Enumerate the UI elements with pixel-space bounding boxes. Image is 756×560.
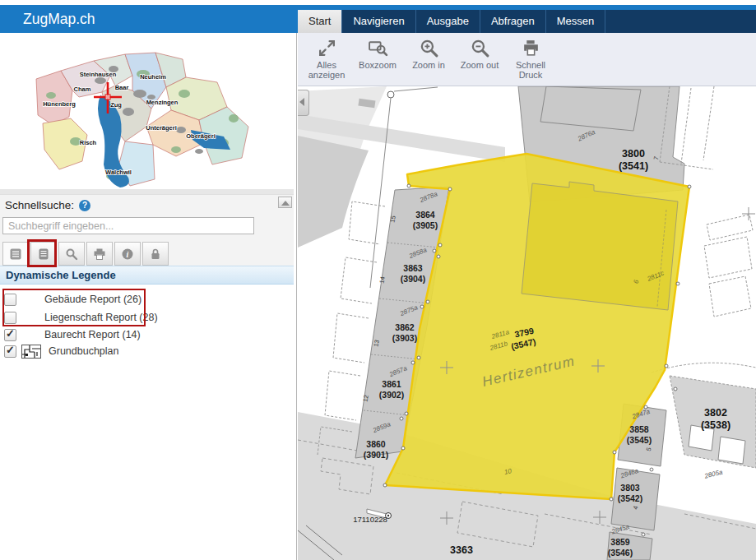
- legend-title: Dynamische Legende: [0, 266, 294, 285]
- legend-item-baurecht-report: Baurecht Report (14): [4, 327, 141, 342]
- button-label: Alles anzeigen: [301, 60, 352, 80]
- overview-map[interactable]: SteinhausenNeuheimChamBaarMenzingenHünen…: [28, 44, 254, 188]
- checkbox-gebaeude-report[interactable]: [4, 294, 16, 306]
- scroll-up-button[interactable]: [278, 197, 292, 208]
- tab-start[interactable]: Start: [298, 10, 342, 33]
- zoom-in-icon: [419, 38, 439, 58]
- legend-item-liegenschaft-report: Liegenschaft Report (28): [4, 310, 158, 325]
- map-label: 3803: [620, 483, 640, 493]
- sidebar-tool-tabs: i: [2, 242, 169, 266]
- survey-point: [610, 498, 613, 501]
- sidebar: SteinhausenNeuheimChamBaarMenzingenHünen…: [0, 33, 297, 560]
- map-label: (3545): [627, 435, 652, 445]
- search-panel-icon: [65, 248, 78, 261]
- municipality-label: Unterägeri: [146, 124, 177, 132]
- survey-point: [676, 282, 679, 285]
- zugmap-app: ZugMap.ch Start Navigieren Ausgabe Abfra…: [0, 0, 756, 560]
- survey-point: [438, 243, 442, 247]
- boxzoom-icon: [368, 38, 388, 58]
- tab-layer-list-panel[interactable]: [30, 242, 57, 266]
- svg-text:i: i: [127, 249, 129, 258]
- quick-print-button[interactable]: Schnell Druck: [505, 33, 556, 86]
- map-label: 3864: [415, 210, 435, 220]
- survey-point: [407, 184, 410, 187]
- municipality-label: Steinhausen: [80, 71, 117, 78]
- legend-panel-icon: [9, 248, 22, 261]
- survey-point: [400, 417, 403, 420]
- tab-print-panel[interactable]: [86, 242, 113, 266]
- survey-point: [383, 484, 387, 487]
- survey-point: [665, 364, 668, 368]
- map-label: (3904): [401, 274, 425, 284]
- map-label: 3363: [450, 544, 473, 556]
- legend-item-grundbuchplan: Grundbuchplan: [4, 344, 118, 359]
- search-label: Schnellsuche:: [5, 199, 74, 211]
- map-label: 17110228: [353, 515, 387, 524]
- zoom-out-button[interactable]: Zoom out: [454, 33, 505, 86]
- municipality-label: Cham: [74, 86, 91, 93]
- map-label: (3903): [392, 333, 417, 343]
- quick-search-panel: Schnellsuche: ?: [0, 194, 294, 266]
- survey-point: [433, 249, 436, 252]
- help-icon[interactable]: ?: [79, 200, 90, 211]
- sidebar-collapse-handle[interactable]: [298, 90, 309, 116]
- municipality-label: Hünenberg: [43, 100, 76, 108]
- tab-abfragen[interactable]: Abfragen: [480, 10, 546, 33]
- map-label: 3859: [610, 537, 630, 547]
- map-canvas[interactable]: 2876a3800(3541)72878a3864(3905)152858a38…: [298, 86, 756, 560]
- map-label: (3538): [701, 419, 730, 431]
- legend-item-label: Gebäude Report (26): [44, 294, 141, 305]
- zoom-out-icon: [470, 38, 490, 58]
- boxzoom-button[interactable]: Boxzoom: [352, 33, 403, 86]
- survey-point: [688, 185, 691, 188]
- map-label: 3800: [622, 148, 645, 160]
- map-label: (3546): [608, 548, 633, 558]
- survey-point: [437, 255, 440, 258]
- checkbox-liegenschaft-report[interactable]: [4, 312, 16, 324]
- tab-messen[interactable]: Messen: [546, 10, 606, 33]
- tab-ausgabe[interactable]: Ausgabe: [416, 10, 480, 33]
- button-label: Zoom in: [412, 60, 445, 70]
- map-label: (3905): [413, 220, 438, 230]
- legend-item-gebaeude-report: Gebäude Report (26): [4, 292, 141, 307]
- tab-legend-panel[interactable]: [2, 242, 29, 266]
- tab-login-panel[interactable]: [142, 242, 169, 266]
- search-input[interactable]: [2, 217, 254, 234]
- survey-point: [420, 305, 424, 308]
- survey-point: [642, 533, 645, 536]
- map-label: 3862: [395, 322, 415, 332]
- survey-point: [426, 300, 429, 303]
- survey-point: [411, 361, 415, 364]
- map-label: 3860: [366, 439, 386, 449]
- tab-search-panel[interactable]: [58, 242, 85, 266]
- print-icon: [521, 38, 541, 58]
- info-panel-icon: i: [121, 248, 134, 261]
- municipality-label: Zug: [110, 101, 122, 109]
- survey-point: [448, 187, 452, 191]
- ribbon-tab-bar: Start Navigieren Ausgabe Abfragen Messen: [298, 10, 756, 33]
- map-label: 3858: [629, 424, 649, 434]
- map-label: 3863: [403, 263, 423, 273]
- legend-item-label: Grundbuchplan: [49, 345, 118, 357]
- map-label: 3802: [704, 407, 727, 419]
- map-label: (3901): [364, 450, 388, 460]
- fit-extent-button[interactable]: Alles anzeigen: [301, 33, 352, 86]
- lock-icon: [149, 248, 162, 261]
- map-toolbar: Alles anzeigen Boxzoom Zoom in: [298, 33, 756, 86]
- survey-point: [417, 356, 420, 359]
- layer-list-icon: [37, 248, 50, 261]
- map-viewport: 2876a3800(3541)72878a3864(3905)152858a38…: [298, 86, 756, 560]
- zoom-in-button[interactable]: Zoom in: [403, 33, 454, 86]
- survey-point: [401, 447, 405, 450]
- legend-item-label: Baurecht Report (14): [44, 329, 141, 340]
- button-label: Zoom out: [461, 60, 499, 70]
- expand-icon: [317, 38, 337, 58]
- survey-point: [405, 412, 408, 415]
- map-label: (3542): [618, 493, 642, 503]
- tab-info-panel[interactable]: i: [114, 242, 141, 266]
- checkbox-baurecht-report[interactable]: [4, 329, 16, 341]
- checkbox-grundbuchplan[interactable]: [4, 345, 16, 358]
- legend-item-label: Liegenschaft Report (28): [44, 312, 158, 323]
- tab-navigieren[interactable]: Navigieren: [342, 10, 415, 33]
- survey-point: [613, 451, 616, 454]
